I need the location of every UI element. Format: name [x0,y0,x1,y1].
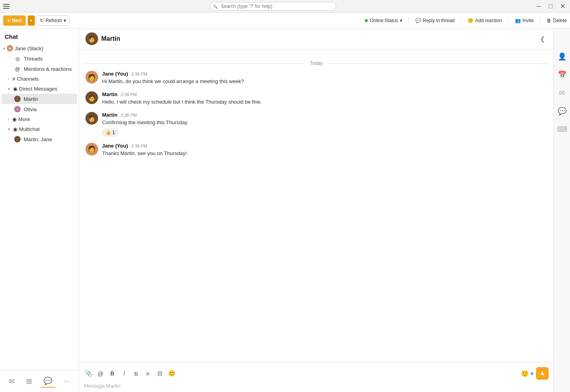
martin-avatar-sidebar [14,96,21,102]
emoji-extra-button[interactable]: 🙂 ▾ [521,370,534,377]
reply-thread-button[interactable]: 💬 Reply in thread [415,18,455,23]
sidebar-item-martin[interactable]: Martin [2,94,77,104]
channels-icon: # [12,76,15,82]
numbered-list-button[interactable]: ⊟ [155,369,165,378]
window-controls: ─ □ ✕ [534,2,567,11]
main-layout: Chat ▾ ● Jane (Slack) ◎ Threads @ Mentio… [0,28,570,392]
message-group: 🧑 Jane (You) 2:38 PM Hi Martin, do you t… [85,71,547,85]
right-panel-keyboard-icon[interactable]: ⌨ [557,125,567,134]
sidebar-account[interactable]: ▾ ● Jane (Slack) [0,43,79,53]
refresh-button[interactable]: ↻ Refresh ▾ [36,15,70,26]
msg-avatar-jane-2: 🧑 [85,143,98,155]
italic-button[interactable]: I [119,369,129,378]
message-group: 🧑 Martin 2:38 PM Hello, I will check my … [85,91,547,106]
msg-content-1: Jane (You) 2:38 PM Hi Martin, do you thi… [102,71,547,85]
search-bar[interactable] [14,2,531,11]
titlebar: ─ □ ✕ [0,0,570,13]
sidebar-item-martin-jane[interactable]: Martin, Jane [2,134,77,144]
toolbar: + New ▾ ↻ Refresh ▾ Online Status ▾ 💬 Re… [0,13,570,28]
mentions-icon: @ [14,66,21,72]
sidebar-more[interactable]: › ◉ More [0,114,79,124]
bold-button[interactable]: B [108,369,117,378]
msg-text-4: Thanks Martin, see you on Thursday! [102,150,547,157]
msg-sender-3: Martin [102,112,117,118]
chat-nav-icon: 💬 [44,377,52,385]
nav-more[interactable]: ··· [61,375,73,387]
online-status-button[interactable]: Online Status ▾ [365,18,402,23]
chat-container: 🧑 Martin ❮ Today 🧑 Jane (You) 2:38 PM Hi… [79,28,553,392]
back-button[interactable]: ❮ [538,34,547,44]
mention-button[interactable]: @ [96,369,105,378]
new-button[interactable]: + New [3,15,26,26]
msg-content-2: Martin 2:38 PM Hello, I will check my sc… [102,91,547,106]
reply-icon: 💬 [415,18,421,23]
minimize-button[interactable]: ─ [534,2,543,11]
msg-text-3: Confirming the meeting this Thursday [102,119,547,126]
msg-avatar-martin-2: 🧑 [85,112,98,125]
sidebar-multichat[interactable]: ▾ ◉ Multichat [0,124,79,134]
chat-header-name: Martin [101,35,120,42]
message-input[interactable] [84,383,549,389]
more-icon: ◉ [12,116,17,122]
sidebar-item-olivia[interactable]: Olivia [2,104,77,114]
msg-time-3: 2:38 PM [121,113,137,117]
add-reaction-button[interactable]: 🙂 Add reaction [468,18,502,23]
reaction-count: 1 [112,130,115,135]
right-panel-calendar-icon[interactable]: 📅 [558,70,566,79]
nav-chat[interactable]: 💬 [40,375,55,388]
sidebar-item-mentions[interactable]: @ Mentions & reactions [2,64,77,74]
msg-sender-2: Martin [102,91,117,97]
msg-time-1: 2:38 PM [131,72,148,76]
emoji-picker-button[interactable]: 🙂 [167,369,176,378]
send-icon: ➤ [538,369,547,378]
threads-icon: ◎ [14,55,21,62]
sidebar-channels[interactable]: › # Channels [0,74,79,84]
msg-sender-4: Jane (You) [102,143,128,149]
calendar-icon: ⊞ [26,377,32,386]
olivia-avatar-sidebar [14,106,21,112]
restore-button[interactable]: □ [546,2,555,11]
msg-time-2: 2:38 PM [121,92,137,97]
send-button[interactable]: ➤ [536,367,549,380]
right-panel-mail-icon[interactable]: ✉ [559,89,565,97]
right-panel-chat-icon[interactable]: 💬 [558,107,566,116]
date-divider: Today [85,61,547,66]
reaction-emoji: 👍 [105,130,111,135]
nav-mail[interactable]: ✉ [6,375,18,387]
msg-sender-1: Jane (You) [102,71,128,77]
chat-header: 🧑 Martin ❮ [79,28,553,49]
thumbs-up-reaction[interactable]: 👍 1 [102,129,118,136]
msg-content-4: Jane (You) 2:38 PM Thanks Martin, see yo… [102,143,547,157]
sidebar: Chat ▾ ● Jane (Slack) ◎ Threads @ Mentio… [0,28,79,392]
msg-time-4: 2:38 PM [131,144,148,148]
online-dot [365,19,368,22]
msg-content-3: Martin 2:38 PM Confirming the meeting th… [102,112,547,136]
invite-button[interactable]: 👥 Invite [515,18,534,23]
search-input[interactable] [210,2,336,11]
chat-header-avatar: 🧑 [85,32,98,45]
toolbar-actions: Online Status ▾ 💬 Reply in thread 🙂 Add … [365,17,567,24]
invite-icon: 👥 [515,18,521,23]
nav-calendar[interactable]: ⊞ [23,375,35,387]
delete-button[interactable]: 🗑 Delete [547,18,567,23]
msg-text-1: Hi Martin, do you think we could arrange… [102,78,547,85]
sidebar-item-threads[interactable]: ◎ Threads [2,53,77,64]
right-panel-person-icon[interactable]: 👤 [558,52,566,61]
strikethrough-button[interactable]: S [131,369,141,378]
msg-header-4: Jane (You) 2:38 PM [102,143,547,149]
msg-text-2: Hello, I will check my schedule but I th… [102,98,547,106]
messages-area: Today 🧑 Jane (You) 2:38 PM Hi Martin, do… [79,49,553,362]
msg-header-3: Martin 2:38 PM [102,112,547,118]
message-group: 🧑 Jane (You) 2:38 PM Thanks Martin, see … [85,143,547,157]
bullet-list-button[interactable]: ≡ [143,369,153,378]
more-nav-icon: ··· [64,377,70,385]
hamburger-menu[interactable] [3,2,11,10]
multichat-icon: ◉ [13,126,17,132]
msg-header-2: Martin 2:38 PM [102,91,547,97]
attach-button[interactable]: 📎 [84,369,93,378]
close-button[interactable]: ✕ [558,2,567,11]
sidebar-title: Chat [0,28,79,43]
new-dropdown-button[interactable]: ▾ [28,15,35,26]
dm-icon: ◉ [13,86,17,92]
sidebar-direct-messages[interactable]: ▾ ◉ Direct Messages [0,84,79,94]
